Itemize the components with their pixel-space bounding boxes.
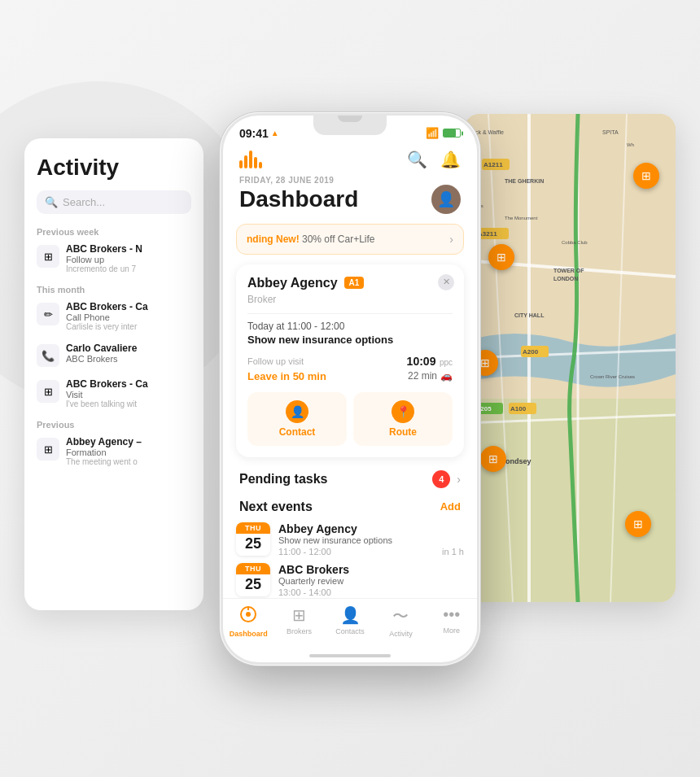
more-tab-icon: ••• <box>443 605 460 624</box>
event-company-1: Abbey Agency <box>278 522 464 535</box>
battery-icon <box>443 129 461 138</box>
event-day-name-2: THU <box>236 563 270 574</box>
next-events-label: Next events <box>239 500 313 514</box>
dashboard-tab-icon <box>239 605 257 627</box>
svg-text:Wh: Wh <box>627 142 634 147</box>
map-pin-4[interactable] <box>480 446 506 472</box>
leave-text: Leave in 50 min <box>247 370 326 382</box>
svg-text:SPITA: SPITA <box>602 129 619 135</box>
add-event-button[interactable]: Add <box>440 500 461 513</box>
contacts-tab-icon: 👤 <box>340 605 361 625</box>
next-events-row: Next events Add <box>223 496 477 522</box>
card-badge: A1 <box>344 277 365 289</box>
followup-row: Follow up visit 10:09 ppc <box>247 354 453 369</box>
event-day-name-1: THU <box>236 522 270 534</box>
activity-item-sub: Formation <box>66 447 191 457</box>
event-time-row-1: 11:00 - 12:00 in 1 h <box>278 547 464 557</box>
search-button[interactable]: 🔍 <box>407 150 427 169</box>
map-pin-5[interactable] <box>625 511 651 537</box>
tab-contacts-label: Contacts <box>335 627 365 635</box>
app-content[interactable]: Friday, 28 June 2019 Dashboard 👤 nding N… <box>223 176 477 598</box>
svg-point-32 <box>246 612 251 617</box>
event-time-2: 13:00 - 14:00 <box>278 587 331 597</box>
activity-item-body: The meeting went o <box>66 457 191 466</box>
tab-activity-label: Activity <box>389 630 413 638</box>
card-type: Broker <box>247 294 453 305</box>
svg-text:THE GHERKIN: THE GHERKIN <box>505 178 544 184</box>
leave-row: Leave in 50 min 22 min 🚗 <box>247 370 453 382</box>
list-item[interactable]: ✏ ABC Brokers - Ca Call Phone Carlisle i… <box>37 301 191 331</box>
route-label: Route <box>389 426 417 438</box>
list-item[interactable]: ⊞ ABC Brokers - N Follow up Incremento d… <box>37 243 191 273</box>
activity-item-content: Abbey Agency – Formation The meeting wen… <box>66 436 191 466</box>
card-event: Show new insurance options <box>247 334 453 346</box>
map-pin-2[interactable] <box>488 244 514 270</box>
event-in-1: in 1 h <box>442 547 464 557</box>
list-item[interactable]: ⊞ ABC Brokers - Ca Visit I've been talki… <box>37 378 191 408</box>
event-date-box-1: THU 25 <box>236 522 270 556</box>
list-item[interactable]: 📞 Carlo Cavaliere ABC Brokers <box>37 343 191 367</box>
map-pin-1[interactable] <box>633 163 659 189</box>
event-content-1: Abbey Agency Show new insurance options … <box>278 522 464 557</box>
map-panel: A1211 A3211 A200 A2205 A100 THE GHERKIN … <box>464 114 676 602</box>
app-header-actions: 🔍 🔔 <box>407 150 461 169</box>
phone-notch-camera <box>338 116 362 122</box>
svg-text:TOWER OF: TOWER OF <box>553 268 584 273</box>
tab-brokers-label: Brokers <box>287 627 312 635</box>
followup-label: Follow up visit <box>247 356 304 366</box>
event-date-box-2: THU 25 <box>236 563 270 596</box>
app-header: 🔍 🔔 <box>223 146 477 176</box>
event-day-num-1: 25 <box>236 534 270 556</box>
card-company: Abbey Agency <box>247 276 338 290</box>
activity-item-title: ABC Brokers - Ca <box>66 378 191 390</box>
tab-dashboard[interactable]: Dashboard <box>223 605 273 638</box>
activity-item-content: Carlo Cavaliere ABC Brokers <box>66 343 191 364</box>
pending-count-badge: 4 <box>432 470 450 488</box>
card-header: Abbey Agency A1 <box>247 276 453 290</box>
logo-bar-3 <box>249 151 252 168</box>
promo-text: nding New! 30% off Car+Life <box>247 234 375 245</box>
app-logo <box>239 151 262 168</box>
status-time: 09:41 ▲ <box>239 127 279 140</box>
map-background: A1211 A3211 A200 A2205 A100 THE GHERKIN … <box>464 114 676 602</box>
activity-item-title: Abbey Agency – <box>66 436 191 447</box>
activity-item-body: Carlisle is very inter <box>66 322 191 331</box>
promo-banner[interactable]: nding New! 30% off Car+Life › <box>236 224 464 255</box>
followup-time: 10:09 <box>407 355 436 368</box>
logo-bar-4 <box>254 157 257 168</box>
tab-more[interactable]: ••• More <box>427 605 477 638</box>
page-title: Dashboard <box>239 186 358 212</box>
event-company-2: ABC Brokers <box>278 563 464 576</box>
promo-rest: 30% off Car+Life <box>302 234 375 245</box>
svg-text:A200: A200 <box>523 348 539 356</box>
activity-search-bar[interactable]: 🔍 Search... <box>37 190 191 214</box>
activity-item-body: I've been talking wit <box>66 399 191 408</box>
chevron-right-icon: › <box>457 473 461 486</box>
event-item-2[interactable]: THU 25 ABC Brokers Quarterly review 13:0… <box>236 563 464 597</box>
section-this-month: This month <box>37 285 191 295</box>
tab-activity[interactable]: 〜 Activity <box>375 605 426 638</box>
pending-tasks-row[interactable]: Pending tasks 4 › <box>223 467 477 496</box>
contact-button[interactable]: 👤 Contact <box>247 392 347 446</box>
event-time-row-2: 13:00 - 14:00 <box>278 587 464 597</box>
home-indicator <box>309 654 391 657</box>
tab-contacts[interactable]: 👤 Contacts <box>325 605 375 638</box>
activity-item-icon: ⊞ <box>37 380 59 403</box>
list-item[interactable]: ⊞ Abbey Agency – Formation The meeting w… <box>37 436 191 466</box>
route-button[interactable]: 📍 Route <box>353 392 453 446</box>
notification-button[interactable]: 🔔 <box>440 150 461 169</box>
activity-item-sub: Call Phone <box>66 312 191 322</box>
card-actions: 👤 Contact 📍 Route <box>247 392 453 446</box>
phone-frame: 09:41 ▲ 📶 <box>220 112 480 666</box>
close-button[interactable]: ✕ <box>438 274 454 290</box>
activity-item-icon: 📞 <box>37 344 59 367</box>
app-title-row: Dashboard 👤 <box>239 185 461 214</box>
route-icon: 📍 <box>392 400 414 423</box>
tab-brokers[interactable]: ⊞ Brokers <box>273 605 324 638</box>
card-time: Today at 11:00 - 12:00 <box>247 321 453 332</box>
avatar[interactable]: 👤 <box>431 185 461 214</box>
activity-item-sub: ABC Brokers <box>66 354 191 364</box>
event-item-1[interactable]: THU 25 Abbey Agency Show new insurance o… <box>236 522 464 557</box>
activity-tab-icon: 〜 <box>392 605 409 627</box>
svg-text:LONDON: LONDON <box>553 276 578 282</box>
